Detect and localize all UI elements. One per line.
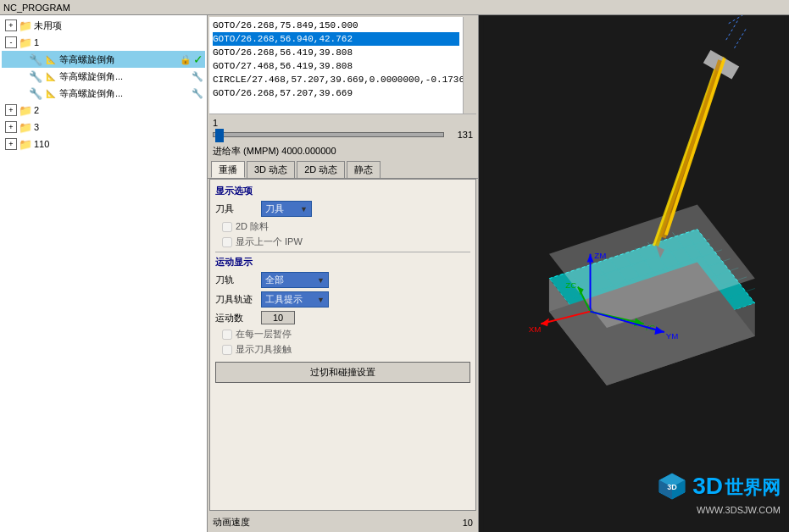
tree-item-op1[interactable]: 🔧 📐 等高螺旋倒角 🔒 ✓: [2, 51, 205, 68]
tree-status-op3: 🔧: [192, 88, 205, 99]
tab-replay[interactable]: 重播: [211, 161, 245, 178]
tree-item-group2[interactable]: + 📁 2: [2, 102, 205, 119]
toolpath-dropdown-value: 全部: [265, 274, 284, 286]
show-ipw-checkbox[interactable]: [222, 237, 232, 247]
tree-status-op1: 🔒 ✓: [180, 53, 205, 66]
scene-svg: ZM ZC XM YC YM: [479, 15, 789, 532]
anim-speed: 动画速度 10: [208, 513, 478, 532]
tool-trace-dropdown[interactable]: 工具提示 ▼: [261, 291, 329, 308]
tree-area: + 📁 未用项 - 📁 1 🔧 📐 等高螺旋倒角 🔒 ✓: [0, 15, 207, 532]
folder-icon-group3: 📁: [19, 120, 32, 134]
settings-panel: 显示选项 刀具 刀具 ▼ 2D 除料 显示上一个 IPW 运动显示 刀轨: [209, 179, 476, 511]
tab-replay-label: 重播: [219, 163, 237, 176]
tree-label-op3: 等高螺旋倒角...: [59, 87, 123, 100]
title-bar: NC_PROGRAM: [0, 0, 789, 15]
feed-rate-label: 进给率 (MMPM): [213, 146, 279, 156]
feed-rate-value: 4000.000000: [281, 146, 336, 156]
svg-text:ZM: ZM: [594, 251, 606, 260]
tab-2d-dynamic-label: 2D 动态: [304, 163, 337, 176]
tab-static[interactable]: 静态: [347, 161, 381, 178]
tree-toggle-group2[interactable]: +: [5, 104, 17, 116]
left-panel: + 📁 未用项 - 📁 1 🔧 📐 等高螺旋倒角 🔒 ✓: [0, 15, 208, 532]
slider-track[interactable]: [213, 132, 444, 137]
slider-row: 131: [213, 130, 473, 140]
display-options-title: 显示选项: [215, 185, 470, 197]
slider-thumb[interactable]: [215, 129, 224, 142]
collision-button[interactable]: 过切和碰撞设置: [215, 362, 470, 383]
tree-item-group3[interactable]: + 📁 3: [2, 119, 205, 136]
tree-item-unused[interactable]: + 📁 未用项: [2, 17, 205, 34]
folder-icon-group2: 📁: [19, 103, 32, 117]
toolpath-label: 刀轨: [215, 274, 258, 286]
app-title: NC_PROGRAM: [3, 3, 70, 13]
tool-trace-dropdown-arrow: ▼: [317, 296, 325, 304]
svg-text:XM: XM: [529, 324, 542, 334]
stop-each-layer-checkbox[interactable]: [222, 330, 232, 340]
stop-each-layer-row: 在每一层暂停: [215, 328, 470, 341]
tree-label-unused: 未用项: [34, 19, 62, 32]
operation-icon-op1: 🔧: [29, 53, 42, 66]
svg-text:3D: 3D: [667, 483, 677, 491]
tree-label-op2: 等高螺旋倒角...: [59, 70, 123, 83]
slider-area: 1 131: [208, 114, 478, 143]
show-ipw-row: 显示上一个 IPW: [215, 236, 470, 248]
tool-row: 刀具 刀具 ▼: [215, 201, 470, 217]
tool-dropdown[interactable]: 刀具 ▼: [261, 201, 312, 217]
tool-dropdown-arrow: ▼: [300, 205, 308, 213]
tab-2d-dynamic[interactable]: 2D 动态: [297, 161, 345, 178]
code-scrollbar[interactable]: [463, 17, 476, 114]
tree-toggle-group3[interactable]: +: [5, 121, 17, 133]
2d-remove-checkbox[interactable]: [222, 222, 232, 232]
code-line-1: GOTO/26.268,56.940,42.762: [213, 32, 459, 46]
toolpath-dropdown-arrow: ▼: [317, 276, 325, 285]
show-ipw-label: 显示上一个 IPW: [236, 236, 303, 248]
tool-trace-row: 刀具轨迹 工具提示 ▼: [215, 291, 470, 308]
tree-item-group110[interactable]: + 📁 110: [2, 136, 205, 152]
watermark-logo: 3D 3D 世界网: [655, 469, 781, 503]
2d-remove-label: 2D 除料: [236, 220, 269, 233]
tree-item-op3[interactable]: 🔧 📐 等高螺旋倒角... 🔧: [2, 85, 205, 102]
code-view-inner: GOTO/26.268,75.849,150.000 GOTO/26.268,5…: [209, 17, 476, 114]
tab-bar: 重播 3D 动态 2D 动态 静态: [208, 159, 478, 179]
code-text[interactable]: GOTO/26.268,75.849,150.000 GOTO/26.268,5…: [209, 17, 463, 114]
tool-trace-label: 刀具轨迹: [215, 293, 258, 306]
tree-item-group1[interactable]: - 📁 1: [2, 34, 205, 51]
right-panel[interactable]: ZM ZC XM YC YM: [479, 15, 789, 532]
tab-3d-dynamic[interactable]: 3D 动态: [247, 161, 295, 178]
motion-count-input[interactable]: [261, 311, 295, 324]
op-icon-op3: 📐: [44, 86, 58, 100]
tool-trace-dropdown-value: 工具提示: [265, 293, 303, 306]
anim-speed-value: 10: [463, 518, 473, 528]
2d-remove-row: 2D 除料: [215, 220, 470, 233]
tree-label-group2: 2: [34, 105, 39, 115]
slider-max: 131: [447, 130, 473, 140]
check-icon-op1: ✓: [193, 53, 203, 66]
tree-label-group3: 3: [34, 122, 39, 132]
tree-toggle-group1[interactable]: -: [5, 36, 17, 48]
tree-toggle-group110[interactable]: +: [5, 138, 17, 150]
middle-panel: GOTO/26.268,75.849,150.000 GOTO/26.268,5…: [208, 15, 479, 532]
tree-label-op1: 等高螺旋倒角: [59, 53, 115, 66]
tree-item-op2[interactable]: 🔧 📐 等高螺旋倒角... 🔧: [2, 68, 205, 85]
tree-toggle-unused[interactable]: +: [5, 19, 17, 31]
show-contact-checkbox[interactable]: [222, 345, 232, 355]
watermark: 3D 3D 世界网 WWW.3DSJW.COM: [655, 469, 781, 515]
folder-icon-group110: 📁: [19, 137, 32, 151]
code-line-5: GOTO/26.268,57.207,39.669: [213, 86, 459, 100]
watermark-url: WWW.3DSJW.COM: [655, 505, 781, 515]
collision-button-label: 过切和碰撞设置: [310, 367, 375, 377]
anim-speed-label: 动画速度: [213, 516, 250, 529]
toolpath-dropdown[interactable]: 全部 ▼: [261, 272, 329, 288]
svg-text:YM: YM: [666, 331, 679, 341]
motion-count-label: 运动数: [215, 312, 258, 324]
show-contact-label: 显示刀具接触: [236, 343, 292, 356]
lock-icon-op1: 🔒: [180, 54, 192, 65]
motion-count-row: 运动数: [215, 311, 470, 324]
viewport-3d[interactable]: ZM ZC XM YC YM: [479, 15, 789, 532]
tab-static-label: 静态: [354, 163, 373, 176]
tab-3d-dynamic-label: 3D 动态: [254, 163, 287, 176]
tree-label-group1: 1: [34, 37, 39, 47]
watermark-world-text: 世界网: [725, 475, 781, 501]
slider-label: 1: [213, 118, 473, 128]
tool-dropdown-value: 刀具: [265, 202, 284, 215]
